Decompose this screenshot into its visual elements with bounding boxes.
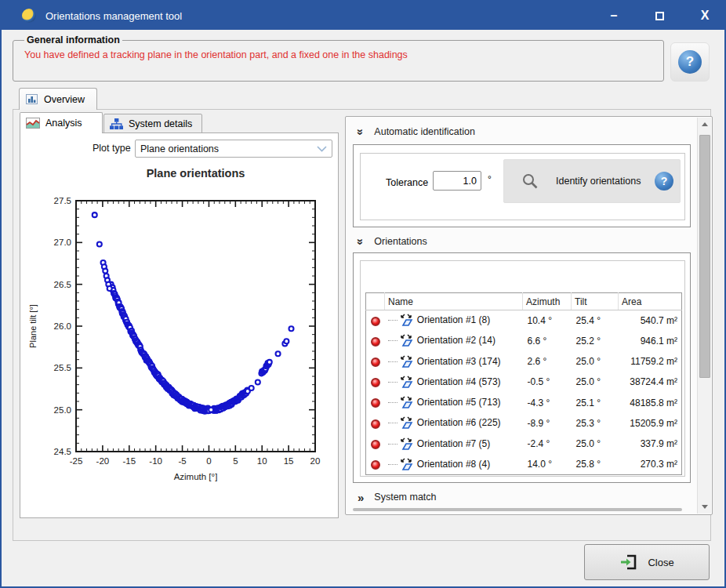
orientation-name-cell: Orientation #2 (14) — [385, 331, 523, 351]
svg-text:-5: -5 — [178, 456, 186, 466]
record-icon — [371, 358, 380, 367]
area-chart-icon — [26, 118, 40, 129]
minimize-button[interactable]: – — [605, 9, 623, 23]
section-header-automatic-identification[interactable]: » Automatic identification — [352, 123, 697, 140]
record-toggle[interactable] — [366, 372, 385, 392]
orientation-name: Orientation #6 (225) — [417, 417, 501, 428]
maximize-button[interactable] — [651, 9, 668, 23]
analysis-panel: Plot type Plane orientations Plane orien… — [20, 132, 339, 518]
plane-orientation-icon — [399, 314, 415, 327]
general-information-legend: General information — [24, 34, 122, 45]
chevron-down-icon — [317, 146, 327, 152]
svg-text:27.0: 27.0 — [54, 238, 71, 247]
general-information-group: General information You have defined a t… — [13, 34, 664, 82]
close-button[interactable]: Close — [584, 544, 710, 580]
table-row[interactable]: Orientation #2 (14)6.6 °25.2 °946.1 m² — [366, 331, 682, 351]
orientation-name-cell: Orientation #6 (225) — [385, 413, 523, 434]
orientations-box: Name Azimuth Tilt Area Orientation #1 (8… — [353, 252, 691, 483]
plot-type-value: Plane orientations — [140, 143, 219, 154]
scrollbar-thumb[interactable] — [699, 135, 710, 378]
record-toggle[interactable] — [366, 413, 385, 434]
table-row[interactable]: Orientation #1 (8)10.4 °25.4 °540.7 m² — [366, 310, 682, 331]
azimuth-value: 14.0 ° — [523, 454, 572, 474]
plane-orientation-icon — [399, 334, 415, 347]
titlebar[interactable]: Orientations management tool – X — [2, 2, 724, 30]
orientations-management-window: Orientations management tool – X General… — [0, 0, 726, 588]
pvsyst-logo-icon — [22, 9, 36, 23]
record-icon — [371, 317, 380, 326]
identify-orientations-label: Identify orientations — [556, 176, 641, 187]
azimuth-column-header: Azimuth — [523, 293, 572, 310]
tilt-value: 25.3 ° — [572, 413, 619, 434]
table-row[interactable]: Orientation #7 (5)-2.4 °25.0 °337.9 m² — [366, 434, 682, 454]
record-toggle[interactable] — [366, 310, 385, 331]
table-row[interactable]: Orientation #3 (174)2.6 °25.0 °11759.2 m… — [366, 351, 682, 372]
automatic-identification-label: Automatic identification — [374, 126, 475, 137]
close-window-button[interactable]: X — [696, 9, 713, 23]
azimuth-value: 2.6 ° — [523, 351, 572, 372]
right-panel: » Automatic identification Tolerance ° I… — [345, 116, 713, 515]
orientations-table: Name Azimuth Tilt Area Orientation #1 (8… — [365, 292, 682, 475]
table-row[interactable]: Orientation #6 (225)-8.9 °25.3 °15205.9 … — [366, 413, 682, 434]
tree-connector — [388, 423, 397, 423]
overview-tab-content: Analysis System details Plot type Plane … — [13, 109, 711, 541]
help-button-top[interactable]: ? — [670, 42, 710, 82]
scroll-down-arrow[interactable] — [698, 500, 712, 514]
tab-analysis-label: Analysis — [45, 118, 82, 129]
tab-system-details[interactable]: System details — [103, 114, 202, 133]
record-toggle[interactable] — [366, 393, 385, 413]
record-toggle[interactable] — [366, 434, 385, 454]
azimuth-value: -0.5 ° — [523, 372, 572, 392]
area-value: 540.7 m² — [619, 310, 682, 331]
azimuth-value: 10.4 ° — [523, 310, 572, 331]
scroll-up-arrow[interactable] — [698, 118, 712, 131]
table-row[interactable]: Orientation #5 (713)-4.3 °25.1 °48185.8 … — [366, 393, 682, 413]
orientation-name-cell: Orientation #8 (4) — [385, 454, 523, 474]
svg-text:-15: -15 — [122, 456, 136, 466]
svg-text:-10: -10 — [149, 456, 162, 466]
svg-text:Plane tilt [°]: Plane tilt [°] — [28, 304, 38, 348]
record-toggle[interactable] — [366, 331, 385, 351]
table-row[interactable]: Orientation #4 (573)-0.5 °25.0 °38724.4 … — [366, 372, 682, 392]
exit-door-icon — [619, 554, 638, 571]
tab-analysis[interactable]: Analysis — [20, 112, 103, 133]
record-column-header — [366, 293, 385, 310]
svg-text:27.5: 27.5 — [54, 196, 71, 205]
svg-text:-25: -25 — [70, 456, 83, 466]
identification-box: Tolerance ° Identify orientations ? — [353, 144, 691, 227]
record-toggle[interactable] — [366, 454, 385, 474]
section-header-orientations[interactable]: » Orientations — [352, 233, 697, 250]
orientation-name-cell: Orientation #1 (8) — [385, 310, 523, 331]
svg-text:0: 0 — [206, 456, 211, 466]
azimuth-value: -8.9 ° — [523, 413, 572, 434]
svg-text:26.5: 26.5 — [54, 280, 71, 289]
svg-text:25.5: 25.5 — [54, 363, 71, 372]
section-header-system-match[interactable]: » System match — [352, 488, 697, 506]
orientation-name: Orientation #7 (5) — [417, 437, 490, 448]
area-value: 38724.4 m² — [619, 372, 682, 392]
horizontal-scrollbar[interactable] — [353, 508, 682, 511]
question-icon[interactable]: ? — [655, 172, 673, 191]
orientation-name: Orientation #3 (174) — [417, 355, 501, 366]
orientation-name-cell: Orientation #3 (174) — [385, 351, 523, 372]
svg-text:10: 10 — [257, 456, 267, 466]
orientation-name: Orientation #8 (4) — [417, 458, 490, 469]
azimuth-value: -4.3 ° — [523, 393, 572, 413]
record-icon — [371, 378, 380, 387]
svg-text:-20: -20 — [96, 456, 110, 466]
svg-text:5: 5 — [233, 456, 238, 466]
tab-overview[interactable]: Overview — [19, 88, 97, 110]
record-toggle[interactable] — [366, 351, 385, 372]
orientation-name-cell: Orientation #7 (5) — [385, 434, 523, 454]
tolerance-input[interactable] — [433, 171, 481, 191]
name-column-header: Name — [385, 293, 523, 310]
vertical-scrollbar[interactable] — [697, 118, 711, 514]
identify-orientations-button[interactable]: Identify orientations ? — [503, 159, 681, 203]
warning-text: You have defined a tracking plane in the… — [24, 49, 652, 60]
plot-type-dropdown[interactable]: Plane orientations — [135, 140, 332, 158]
table-row[interactable]: Orientation #8 (4)14.0 °25.8 °270.3 m² — [366, 454, 682, 474]
plane-orientation-icon — [399, 355, 415, 368]
record-icon — [371, 337, 380, 347]
tilt-value: 25.0 ° — [572, 434, 619, 454]
tree-connector — [388, 361, 397, 362]
